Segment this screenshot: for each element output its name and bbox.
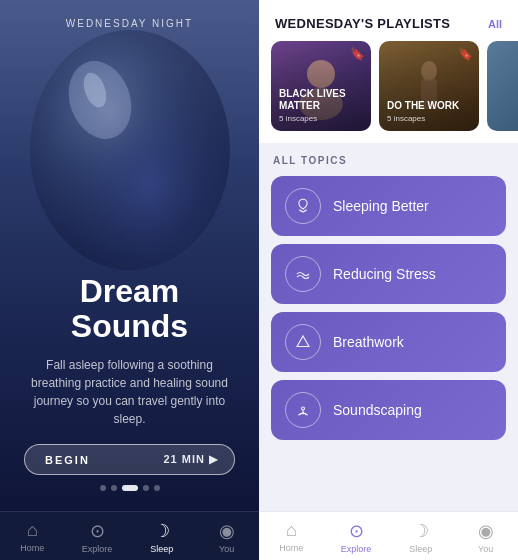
left-nav-explore[interactable]: ⊙ Explore	[65, 520, 130, 554]
wednesday-night-label: WEDNESDAY NIGHT	[66, 18, 193, 29]
topic-soundscaping[interactable]: Soundscaping	[271, 380, 506, 440]
dot-1	[100, 485, 106, 491]
begin-label: BEGIN	[45, 454, 90, 466]
right-nav-you[interactable]: ◉ You	[453, 520, 518, 554]
left-main-content: Dream Sounds Fall asleep following a soo…	[0, 274, 259, 511]
playlist-count-2: 5 inscapes	[387, 114, 471, 123]
right-bottom-nav: ⌂ Home ⊙ Explore ☽ Sleep ◉ You	[259, 511, 518, 560]
page-dots	[24, 485, 235, 491]
playlists-title: WEDNESDAY'S PLAYLISTS	[275, 16, 450, 31]
svg-point-1	[30, 30, 230, 270]
breathwork-label: Breathwork	[333, 334, 404, 350]
dot-2	[111, 485, 117, 491]
main-title: Dream Sounds	[24, 274, 235, 344]
explore-icon: ⊙	[90, 520, 105, 542]
right-home-label: Home	[279, 543, 303, 553]
dot-5	[154, 485, 160, 491]
you-icon: ◉	[219, 520, 235, 542]
sleep-label: Sleep	[150, 544, 173, 554]
right-header: WEDNESDAY'S PLAYLISTS All	[259, 0, 518, 41]
all-topics-label: ALL TOPICS	[271, 155, 506, 166]
reducing-stress-label: Reducing Stress	[333, 266, 436, 282]
playlists-row: 🔖 BLACK LIVES MATTER 5 inscapes 🔖 DO THE…	[259, 41, 518, 143]
sleeping-icon-circle	[285, 188, 321, 224]
playlist-title-1: BLACK LIVES MATTER	[279, 88, 363, 112]
right-sleep-icon: ☽	[413, 520, 429, 542]
bookmark-icon-1: 🔖	[350, 47, 365, 61]
duration-label: 21 MIN ▶	[163, 453, 218, 466]
bookmark-icon-2: 🔖	[458, 47, 473, 61]
playlist-card-blm[interactable]: 🔖 BLACK LIVES MATTER 5 inscapes	[271, 41, 371, 131]
dot-4	[143, 485, 149, 491]
all-topics-section: ALL TOPICS Sleeping Better Reducing Stre…	[259, 143, 518, 511]
you-label: You	[219, 544, 234, 554]
playlist-card-3[interactable]	[487, 41, 518, 131]
left-nav-you[interactable]: ◉ You	[194, 520, 259, 554]
sleeping-better-label: Sleeping Better	[333, 198, 429, 214]
svg-point-9	[302, 407, 305, 410]
right-nav-home[interactable]: ⌂ Home	[259, 520, 324, 554]
sleep-icon: ☽	[154, 520, 170, 542]
breathwork-icon-circle	[285, 324, 321, 360]
left-nav-sleep[interactable]: ☽ Sleep	[130, 520, 195, 554]
right-you-label: You	[478, 544, 493, 554]
home-label: Home	[20, 543, 44, 553]
topic-sleeping-better[interactable]: Sleeping Better	[271, 176, 506, 236]
right-sleep-label: Sleep	[409, 544, 432, 554]
right-nav-sleep[interactable]: ☽ Sleep	[389, 520, 454, 554]
soundscaping-label: Soundscaping	[333, 402, 422, 418]
right-explore-label: Explore	[341, 544, 372, 554]
svg-marker-8	[297, 336, 309, 347]
playlist-card-content-1: BLACK LIVES MATTER 5 inscapes	[279, 88, 363, 123]
right-panel: WEDNESDAY'S PLAYLISTS All 🔖 BLACK LIVES …	[259, 0, 518, 560]
home-icon: ⌂	[27, 520, 38, 541]
right-nav-explore[interactable]: ⊙ Explore	[324, 520, 389, 554]
left-panel: WEDNESDAY NIGHT Dream Sounds Fall asleep…	[0, 0, 259, 560]
background-orb	[20, 20, 240, 280]
soundscaping-icon-circle	[285, 392, 321, 428]
stress-icon-circle	[285, 256, 321, 292]
playlist-count-1: 5 inscapes	[279, 114, 363, 123]
left-bottom-nav: ⌂ Home ⊙ Explore ☽ Sleep ◉ You	[0, 511, 259, 560]
begin-button[interactable]: BEGIN 21 MIN ▶	[24, 444, 235, 475]
right-home-icon: ⌂	[286, 520, 297, 541]
right-you-icon: ◉	[478, 520, 494, 542]
main-description: Fall asleep following a soothing breathi…	[24, 356, 235, 428]
dot-3	[122, 485, 138, 491]
left-nav-home[interactable]: ⌂ Home	[0, 520, 65, 554]
all-link[interactable]: All	[488, 18, 502, 30]
topic-reducing-stress[interactable]: Reducing Stress	[271, 244, 506, 304]
explore-label: Explore	[82, 544, 113, 554]
playlist-card-content-2: DO THE WORK 5 inscapes	[387, 100, 471, 123]
right-explore-icon: ⊙	[349, 520, 364, 542]
playlist-card-dtw[interactable]: 🔖 DO THE WORK 5 inscapes	[379, 41, 479, 131]
playlist-title-2: DO THE WORK	[387, 100, 471, 112]
topic-breathwork[interactable]: Breathwork	[271, 312, 506, 372]
